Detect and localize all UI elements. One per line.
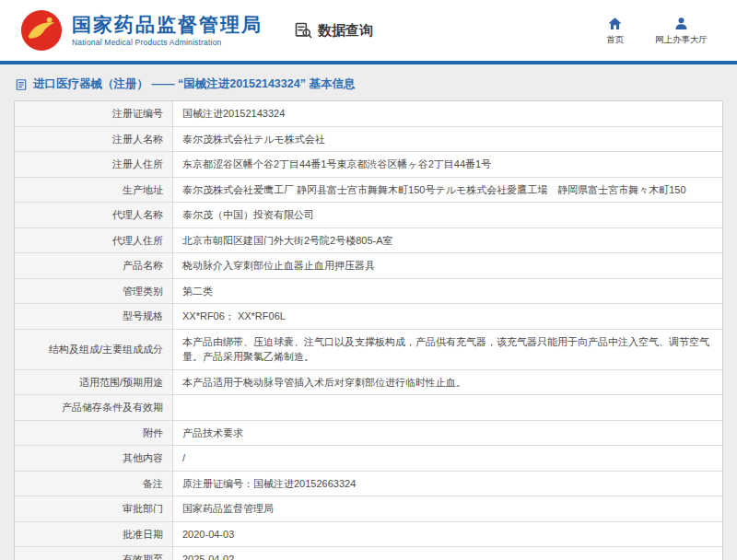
field-value: 东京都涩谷区幡个谷2丁目44番1号東京都渋谷区幡ヶ谷2丁目44番1号 bbox=[173, 152, 722, 177]
brand-title-en: National Medical Products Administration bbox=[72, 38, 263, 47]
table-row: 产品名称 桡动脉介入穿刺部位止血器止血用押压器具 bbox=[15, 253, 722, 279]
field-label: 管理类别 bbox=[15, 279, 173, 304]
site-header: 国家药品监督管理局 National Medical Products Admi… bbox=[0, 0, 737, 64]
table-row: 代理人名称 泰尔茂（中国）投资有限公司 bbox=[15, 203, 722, 228]
field-value: XX*RF06； XX*RF06L bbox=[173, 304, 722, 329]
field-label: 结构及组成/主要组成成分 bbox=[15, 330, 173, 369]
table-row: 生产地址 泰尔茂株式会社爱鹰工厂 静冈县富士宫市舞舞木町150号テルモ株式会社愛… bbox=[15, 178, 722, 204]
table-row: 注册人住所 东京都涩谷区幡个谷2丁目44番1号東京都渋谷区幡ヶ谷2丁目44番1号 bbox=[15, 152, 722, 178]
field-value: / bbox=[173, 446, 722, 471]
field-label: 有效期至 bbox=[15, 547, 173, 560]
nav-online-hall-label: 网上办事大厅 bbox=[655, 34, 708, 46]
field-value bbox=[173, 395, 722, 420]
field-label: 代理人住所 bbox=[15, 228, 173, 253]
field-value: 第二类 bbox=[173, 279, 722, 304]
field-label: 型号规格 bbox=[15, 304, 173, 329]
table-row: 审批部门 国家药品监督管理局 bbox=[15, 496, 722, 522]
field-label: 审批部门 bbox=[15, 496, 173, 521]
field-label: 产品名称 bbox=[15, 253, 173, 278]
table-row: 注册证编号 国械注进20152143324 bbox=[15, 101, 722, 127]
table-row: 代理人住所 北京市朝阳区建国门外大街2号院2号楼805-A室 bbox=[15, 228, 722, 254]
field-value: 桡动脉介入穿刺部位止血器止血用押压器具 bbox=[173, 253, 722, 278]
field-value: 泰尔茂株式会社テルモ株式会社 bbox=[173, 127, 722, 152]
table-row: 适用范围/预期用途 本产品适用于桡动脉导管插入术后对穿刺部位进行临时性止血。 bbox=[15, 370, 722, 396]
table-row: 有效期至 2025-04-02 bbox=[15, 547, 722, 560]
field-value: 产品技术要求 bbox=[173, 421, 722, 446]
nav-online-hall[interactable]: 网上办事大厅 bbox=[655, 16, 708, 46]
table-row: 型号规格 XX*RF06； XX*RF06L bbox=[15, 304, 722, 330]
person-icon bbox=[673, 16, 689, 31]
field-label: 注册证编号 bbox=[15, 101, 173, 126]
field-label: 产品储存条件及有效期 bbox=[15, 395, 173, 420]
field-value: 本产品由绑带、压迫球囊、注气口以及支撑板构成，产品供有充气器，该充气器只能用于向… bbox=[173, 330, 722, 369]
data-query-label: 数据查询 bbox=[318, 22, 373, 40]
field-label: 适用范围/预期用途 bbox=[15, 370, 173, 395]
field-value: 泰尔茂（中国）投资有限公司 bbox=[173, 203, 722, 228]
field-value: 国械注进20152143324 bbox=[173, 101, 722, 126]
field-value: 原注册证编号：国械注进20152663324 bbox=[173, 472, 722, 496]
field-label: 批准日期 bbox=[15, 522, 173, 547]
nmpa-emblem-icon bbox=[20, 9, 63, 52]
field-value: 国家药品监督管理局 bbox=[173, 496, 722, 521]
brand-title-cn: 国家药品监督管理局 bbox=[72, 14, 263, 36]
field-value: 2020-04-03 bbox=[173, 522, 722, 547]
breadcrumb: 进口医疗器械（注册） —— “国械注进20152143324” 基本信息 bbox=[0, 64, 737, 100]
field-label: 注册人名称 bbox=[15, 127, 173, 152]
field-label: 注册人住所 bbox=[15, 152, 173, 177]
field-value: 北京市朝阳区建国门外大街2号院2号楼805-A室 bbox=[173, 228, 722, 253]
document-icon bbox=[15, 78, 28, 91]
table-row: 备注 原注册证编号：国械注进20152663324 bbox=[15, 472, 722, 497]
table-row: 其他内容 / bbox=[15, 446, 722, 472]
field-label: 其他内容 bbox=[15, 446, 173, 471]
table-row: 结构及组成/主要组成成分 本产品由绑带、压迫球囊、注气口以及支撑板构成，产品供有… bbox=[15, 330, 722, 370]
table-row: 批准日期 2020-04-03 bbox=[15, 522, 722, 548]
data-query-nav[interactable]: 数据查询 bbox=[294, 21, 373, 40]
home-icon bbox=[607, 16, 623, 31]
page-title: 进口医疗器械（注册） —— “国械注进20152143324” 基本信息 bbox=[33, 76, 355, 92]
field-label: 生产地址 bbox=[15, 178, 173, 203]
table-row: 管理类别 第二类 bbox=[15, 279, 722, 305]
field-value: 本产品适用于桡动脉导管插入术后对穿刺部位进行临时性止血。 bbox=[173, 370, 722, 395]
data-query-icon bbox=[294, 21, 312, 40]
field-value: 2025-04-02 bbox=[173, 547, 722, 560]
field-label: 代理人名称 bbox=[15, 203, 173, 228]
table-row: 附件 产品技术要求 bbox=[15, 421, 722, 447]
field-value: 泰尔茂株式会社爱鹰工厂 静冈县富士宫市舞舞木町150号テルモ株式会社愛鷹工場 静… bbox=[173, 178, 722, 203]
nav-home-label: 首页 bbox=[606, 34, 624, 46]
field-label: 附件 bbox=[15, 421, 173, 446]
field-label: 备注 bbox=[15, 472, 173, 496]
table-row: 注册人名称 泰尔茂株式会社テルモ株式会社 bbox=[15, 127, 722, 153]
top-nav: 首页 网上办事大厅 bbox=[606, 16, 717, 46]
nav-home[interactable]: 首页 bbox=[606, 16, 624, 46]
table-row: 产品储存条件及有效期 bbox=[15, 395, 722, 421]
registration-info-table: 注册证编号 国械注进20152143324 注册人名称 泰尔茂株式会社テルモ株式… bbox=[14, 100, 723, 560]
brand-logo[interactable]: 国家药品监督管理局 National Medical Products Admi… bbox=[20, 9, 263, 52]
